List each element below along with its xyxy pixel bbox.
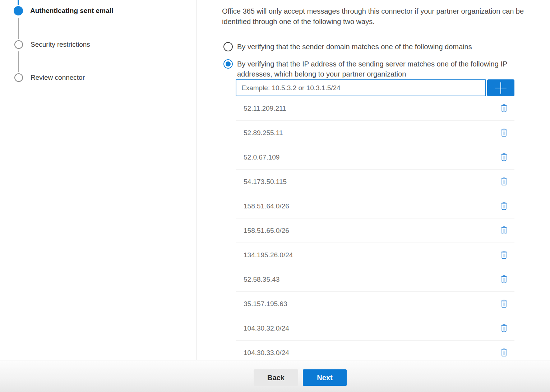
delete-ip-button[interactable]: [499, 347, 509, 358]
ip-address-value: 35.157.195.63: [244, 300, 287, 308]
wizard-step-security-restrictions[interactable]: Security restrictions: [14, 40, 90, 49]
trash-icon: [500, 152, 508, 162]
delete-ip-button[interactable]: [499, 176, 509, 187]
trash-icon: [500, 177, 508, 186]
ip-address-row: 52.58.35.43: [236, 267, 514, 292]
ip-address-row: 158.51.65.0/26: [236, 218, 514, 243]
ip-address-row: 52.0.67.109: [236, 145, 514, 170]
radio-option-label[interactable]: By verifying that the IP address of the …: [237, 59, 535, 79]
step-label: Security restrictions: [31, 41, 90, 49]
radio-dot: [226, 61, 231, 66]
trash-icon: [500, 103, 508, 113]
delete-ip-button[interactable]: [499, 200, 509, 212]
delete-ip-button[interactable]: [499, 152, 509, 163]
ip-address-value: 52.58.35.43: [244, 276, 279, 283]
radio-unchecked-icon[interactable]: [223, 42, 233, 51]
trash-icon: [500, 201, 508, 211]
wizard-step-authenticating-sent-email[interactable]: Authenticating sent email: [14, 6, 113, 15]
wizard-footer: Back Next: [0, 360, 550, 392]
back-button[interactable]: Back: [254, 369, 298, 386]
option-verify-ip-address[interactable]: By verifying that the IP address of the …: [223, 59, 535, 79]
delete-ip-button[interactable]: [499, 249, 509, 260]
ip-entry-row: [236, 79, 514, 96]
step-label: Review connector: [31, 74, 85, 82]
ip-address-value: 158.51.65.0/26: [244, 227, 289, 235]
step-active-bullet: [14, 6, 23, 15]
trash-icon: [500, 348, 508, 358]
ip-address-row: 158.51.64.0/26: [236, 194, 514, 218]
sidebar-divider: [196, 0, 197, 360]
ip-address-row: 35.157.195.63: [236, 292, 514, 316]
ip-address-value: 158.51.64.0/26: [244, 202, 289, 210]
trash-icon: [500, 323, 508, 333]
ip-address-value: 52.89.255.11: [244, 129, 283, 137]
ip-address-row: 52.89.255.11: [236, 121, 514, 145]
delete-ip-button[interactable]: [499, 274, 509, 285]
ip-address-value: 52.11.209.211: [244, 105, 286, 112]
step-connector-top: [18, 0, 19, 5]
radio-checked-icon[interactable]: [223, 59, 233, 69]
connector-wizard-screen: Authenticating sent email Security restr…: [0, 0, 550, 392]
trash-icon: [500, 250, 508, 260]
ip-address-value: 104.30.32.0/24: [244, 324, 289, 332]
ip-address-value: 134.195.26.0/24: [244, 251, 293, 259]
ip-address-value: 52.0.67.109: [244, 153, 279, 161]
ip-address-row: 52.11.209.211: [236, 96, 514, 121]
wizard-step-review-connector[interactable]: Review connector: [14, 73, 85, 82]
step-connector-line: [18, 51, 19, 72]
ip-address-row: 134.195.26.0/24: [236, 243, 514, 267]
ip-address-list: 52.11.209.211 52.89.255.11: [236, 96, 514, 365]
radio-option-label[interactable]: By verifying that the sender domain matc…: [237, 42, 472, 52]
ip-address-input[interactable]: [236, 79, 486, 96]
trash-icon: [500, 226, 508, 235]
trash-icon: [500, 299, 508, 309]
ip-address-row: 104.30.32.0/24: [236, 316, 514, 341]
ip-address-row: 54.173.50.115: [236, 170, 514, 194]
step-bullet: [14, 40, 23, 49]
delete-ip-button[interactable]: [499, 323, 509, 334]
plus-icon: [495, 82, 507, 94]
delete-ip-button[interactable]: [499, 225, 509, 236]
step-label: Authenticating sent email: [30, 7, 113, 15]
delete-ip-button[interactable]: [499, 298, 509, 309]
trash-icon: [500, 128, 508, 138]
step-connector-line: [18, 18, 19, 39]
page-description: Office 365 will only accept messages thr…: [222, 6, 550, 27]
add-ip-button[interactable]: [487, 79, 514, 96]
trash-icon: [500, 275, 508, 284]
option-verify-sender-domain[interactable]: By verifying that the sender domain matc…: [223, 42, 472, 52]
ip-address-value: 54.173.50.115: [244, 178, 287, 186]
step-bullet: [14, 73, 23, 82]
next-button[interactable]: Next: [303, 369, 347, 386]
delete-ip-button[interactable]: [499, 127, 509, 138]
delete-ip-button[interactable]: [499, 103, 509, 114]
ip-address-value: 104.30.33.0/24: [244, 349, 289, 357]
